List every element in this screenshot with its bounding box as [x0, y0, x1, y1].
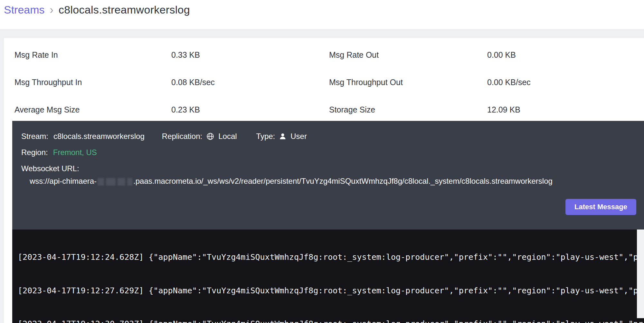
websocket-url-prefix: wss://api-chimaera-: [30, 177, 97, 185]
top-bar: Streams › c8locals.streamworkerslog: [0, 0, 644, 29]
replication-value: Local: [218, 132, 237, 141]
info-row-websocket: Websocket URL:: [21, 163, 644, 174]
stat-msg-rate-in: Msg Rate In 0.33 KB: [4, 41, 324, 69]
log-line: [2023-04-17T19:12:30.703Z] {"appName":"T…: [18, 317, 644, 323]
terminal-scrollbar[interactable]: [637, 230, 644, 318]
stat-label: Msg Throughput Out: [324, 78, 487, 87]
stat-storage-size: Storage Size 12.09 KB: [324, 96, 644, 123]
user-icon: [279, 132, 287, 141]
redacted-block: [98, 178, 104, 186]
stat-label: Msg Rate In: [4, 50, 171, 60]
info-row-stream: Stream: c8locals.streamworkerslog Replic…: [21, 131, 644, 142]
breadcrumb-link-streams[interactable]: Streams: [4, 3, 45, 17]
globe-icon: [206, 132, 214, 141]
stat-label: Msg Rate Out: [324, 50, 487, 60]
replication-label: Replication:: [162, 132, 202, 141]
websocket-url-label: Websocket URL:: [21, 164, 79, 173]
redacted-block: [106, 178, 116, 186]
region-label: Region:: [21, 148, 48, 157]
info-row-region: Region: Fremont, US: [21, 147, 644, 158]
stat-value: 0.33 KB: [171, 50, 200, 60]
websocket-url-suffix: .paas.macrometa.io/_ws/ws/v2/reader/pers…: [133, 177, 553, 185]
stat-value: 12.09 KB: [487, 105, 520, 114]
stream-info-panel: Stream: c8locals.streamworkerslog Replic…: [12, 121, 644, 230]
stat-label: Msg Throughput In: [4, 78, 171, 87]
stats-grid: Msg Rate In 0.33 KB Msg Rate Out 0.00 KB…: [4, 41, 644, 123]
stat-msg-throughput-out: Msg Throughput Out 0.00 KB/sec: [324, 69, 644, 96]
stream-detail-page: { "header": { "breadcrumb_link": "Stream…: [0, 0, 644, 323]
breadcrumb-chevron-icon: ›: [50, 2, 53, 17]
stat-value: 0.00 KB: [487, 50, 516, 60]
redacted-block: [118, 178, 125, 186]
stat-value: 0.08 KB/sec: [171, 78, 215, 87]
stat-label: Storage Size: [324, 105, 487, 114]
page-title: c8locals.streamworkerslog: [59, 3, 190, 17]
type-value: User: [290, 132, 307, 141]
breadcrumb: Streams › c8locals.streamworkerslog: [4, 3, 190, 17]
stat-label: Average Msg Size: [4, 105, 171, 114]
stat-average-msg-size: Average Msg Size 0.23 KB: [4, 96, 324, 123]
type-label: Type:: [256, 132, 275, 141]
websocket-url: wss://api-chimaera-.paas.macrometa.io/_w…: [30, 175, 587, 187]
log-line: [2023-04-17T19:12:27.629Z] {"appName":"T…: [18, 283, 644, 298]
log-terminal[interactable]: [2023-04-17T19:12:24.628Z] {"appName":"T…: [12, 230, 644, 323]
stat-value: 0.00 KB/sec: [487, 78, 531, 87]
stream-detail-card: Msg Rate In 0.33 KB Msg Rate Out 0.00 KB…: [4, 38, 644, 323]
stat-msg-throughput-in: Msg Throughput In 0.08 KB/sec: [4, 69, 324, 96]
stream-name: c8locals.streamworkerslog: [53, 132, 145, 141]
stat-msg-rate-out: Msg Rate Out 0.00 KB: [324, 41, 644, 69]
region-value: Fremont, US: [53, 148, 97, 157]
stat-value: 0.23 KB: [171, 105, 200, 114]
redacted-block: [127, 178, 132, 186]
stream-label: Stream:: [21, 132, 48, 141]
latest-message-button[interactable]: Latest Message: [565, 199, 636, 215]
log-line: [2023-04-17T19:12:24.628Z] {"appName":"T…: [18, 250, 644, 265]
